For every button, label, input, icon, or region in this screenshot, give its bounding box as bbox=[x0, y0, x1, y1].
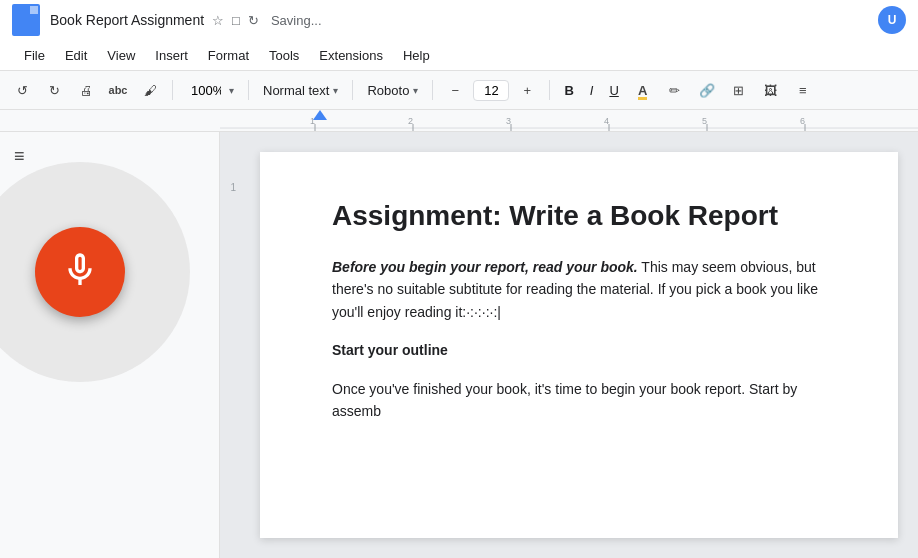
ruler-canvas: 1 2 3 4 5 6 bbox=[220, 110, 918, 131]
menu-view[interactable]: View bbox=[99, 46, 143, 65]
italic-button[interactable]: I bbox=[584, 76, 600, 104]
font-select[interactable]: Roboto ▾ bbox=[361, 81, 424, 100]
user-avatar[interactable]: U bbox=[878, 6, 906, 34]
highlight-button[interactable]: ✏ bbox=[661, 76, 689, 104]
paragraph-2: Once you've finished your book, it's tim… bbox=[332, 378, 826, 423]
paragraph-2-title: Start your outline bbox=[332, 339, 826, 361]
svg-text:4: 4 bbox=[604, 116, 609, 126]
zoom-input[interactable]: 100% bbox=[187, 81, 225, 100]
text-style-chevron: ▾ bbox=[333, 85, 338, 96]
menu-extensions[interactable]: Extensions bbox=[311, 46, 391, 65]
voice-overlay bbox=[0, 162, 190, 382]
page-number: 1 bbox=[230, 182, 236, 193]
spellcheck-button[interactable]: abc bbox=[104, 76, 132, 104]
document-heading: Assignment: Write a Book Report bbox=[332, 200, 826, 232]
outline-icon[interactable]: ≡ bbox=[10, 142, 29, 171]
toolbar-divider-5 bbox=[549, 80, 550, 100]
history-icon[interactable]: ↻ bbox=[248, 13, 259, 28]
font-size-input[interactable]: 12 bbox=[473, 80, 509, 101]
saving-status: Saving... bbox=[271, 13, 322, 28]
menu-bar: File Edit View Insert Format Tools Exten… bbox=[0, 40, 918, 70]
sidebar: ≡ bbox=[0, 132, 220, 558]
svg-text:6: 6 bbox=[800, 116, 805, 126]
font-label: Roboto bbox=[367, 83, 409, 98]
zoom-chevron: ▾ bbox=[229, 85, 234, 96]
page-margin: 1 bbox=[220, 132, 240, 558]
microphone-icon bbox=[60, 250, 100, 294]
print-button[interactable]: 🖨 bbox=[72, 76, 100, 104]
link-button[interactable]: 🔗 bbox=[693, 76, 721, 104]
font-chevron: ▾ bbox=[413, 85, 418, 96]
undo-button[interactable]: ↺ bbox=[8, 76, 36, 104]
svg-text:3: 3 bbox=[506, 116, 511, 126]
ruler: 1 2 3 4 5 6 bbox=[0, 110, 918, 132]
menu-file[interactable]: File bbox=[16, 46, 53, 65]
google-docs-icon bbox=[12, 4, 40, 36]
svg-marker-13 bbox=[313, 110, 327, 120]
svg-text:5: 5 bbox=[702, 116, 707, 126]
text-style-label: Normal text bbox=[263, 83, 329, 98]
svg-text:2: 2 bbox=[408, 116, 413, 126]
toolbar-divider-1 bbox=[172, 80, 173, 100]
menu-tools[interactable]: Tools bbox=[261, 46, 307, 65]
toolbar-divider-2 bbox=[248, 80, 249, 100]
menu-edit[interactable]: Edit bbox=[57, 46, 95, 65]
text-style-select[interactable]: Normal text ▾ bbox=[257, 81, 344, 100]
section-2-title: Start your outline bbox=[332, 342, 448, 358]
document-area[interactable]: Assignment: Write a Book Report Before y… bbox=[240, 132, 918, 558]
bookmark-icon[interactable]: ☆ bbox=[212, 13, 224, 28]
text-color-icon: A bbox=[638, 83, 647, 98]
paragraph-1: Before you begin your report, read your … bbox=[332, 256, 826, 323]
title-bar: Book Report Assignment ☆ □ ↻ Saving... U bbox=[0, 0, 918, 40]
bold-button[interactable]: B bbox=[558, 76, 579, 104]
redo-button[interactable]: ↻ bbox=[40, 76, 68, 104]
mic-button[interactable] bbox=[35, 227, 125, 317]
toolbar-divider-3 bbox=[352, 80, 353, 100]
menu-format[interactable]: Format bbox=[200, 46, 257, 65]
insert-table-button[interactable]: ⊞ bbox=[725, 76, 753, 104]
paragraph-1-bold: Before you begin your report, read your … bbox=[332, 259, 638, 275]
zoom-select[interactable]: 100% ▾ bbox=[181, 79, 240, 102]
text-color-button[interactable]: A bbox=[629, 76, 657, 104]
svg-text:1: 1 bbox=[310, 116, 315, 126]
increase-font-button[interactable]: + bbox=[513, 76, 541, 104]
toolbar-divider-4 bbox=[432, 80, 433, 100]
menu-insert[interactable]: Insert bbox=[147, 46, 196, 65]
paint-format-button[interactable]: 🖌 bbox=[136, 76, 164, 104]
more-options-button[interactable]: ≡ bbox=[789, 76, 817, 104]
toolbar: ↺ ↻ 🖨 abc 🖌 100% ▾ Normal text ▾ Roboto … bbox=[0, 70, 918, 110]
document-body[interactable]: Before you begin your report, read your … bbox=[332, 256, 826, 422]
underline-button[interactable]: U bbox=[603, 76, 624, 104]
menu-help[interactable]: Help bbox=[395, 46, 438, 65]
drive-icon[interactable]: □ bbox=[232, 13, 240, 28]
title-icons: ☆ □ ↻ Saving... bbox=[212, 13, 321, 28]
document-title[interactable]: Book Report Assignment bbox=[50, 12, 204, 28]
document-page[interactable]: Assignment: Write a Book Report Before y… bbox=[260, 152, 898, 538]
insert-image-button[interactable]: 🖼 bbox=[757, 76, 785, 104]
main-area: ≡ 1 Assignment: Write a Book Report Befo… bbox=[0, 132, 918, 558]
decrease-font-button[interactable]: − bbox=[441, 76, 469, 104]
